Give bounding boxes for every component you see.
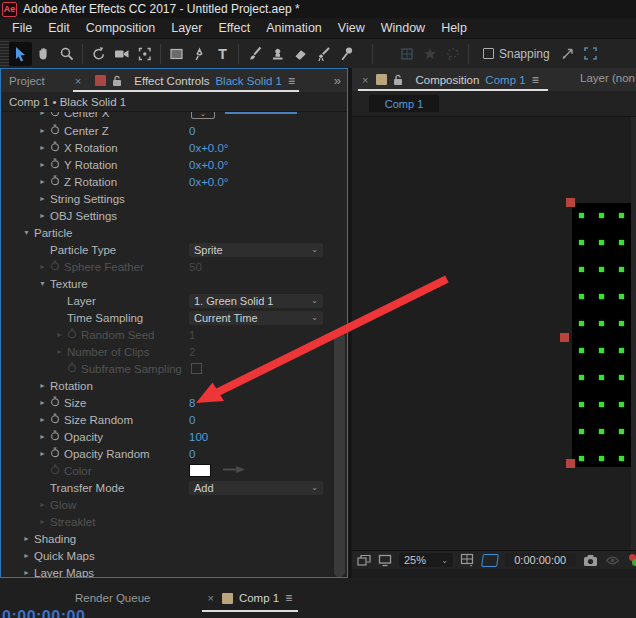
panel-menu-icon[interactable]: ≡ bbox=[532, 73, 539, 87]
clone-stamp-tool-icon[interactable] bbox=[266, 42, 289, 66]
property-row-size-random[interactable]: ►Size Random0 bbox=[1, 411, 347, 428]
tab-layer-panel[interactable]: Layer (non bbox=[580, 72, 635, 84]
property-row-z-rotation[interactable]: ►Z Rotation0x+0.0° bbox=[1, 173, 347, 190]
rotation-tool-icon[interactable] bbox=[87, 42, 110, 66]
property-value[interactable]: 2 bbox=[189, 346, 195, 358]
breadcrumb[interactable]: Comp 1 • Black Solid 1 bbox=[1, 92, 347, 112]
property-value[interactable]: 0x+0.0° bbox=[189, 176, 228, 188]
expand-arrow-icon[interactable]: ► bbox=[39, 501, 50, 508]
timeline-timecode[interactable]: 0:00:00:00 bbox=[2, 608, 85, 618]
property-value[interactable]: 100 bbox=[189, 431, 208, 443]
expand-arrow-icon[interactable]: ► bbox=[39, 112, 50, 116]
puppet-pin-tool-icon[interactable] bbox=[335, 42, 358, 66]
property-row-texture[interactable]: ▼Texture bbox=[1, 275, 347, 292]
layer-handle-mid-left[interactable] bbox=[560, 333, 569, 342]
expand-arrow-icon[interactable]: ► bbox=[39, 450, 50, 457]
close-tab-icon[interactable]: × bbox=[360, 74, 370, 86]
expand-arrow-icon[interactable]: ► bbox=[39, 416, 50, 423]
zoom-tool-icon[interactable] bbox=[55, 42, 78, 66]
scrollbar-track[interactable] bbox=[334, 262, 345, 577]
menu-view[interactable]: View bbox=[330, 21, 373, 35]
tab-project[interactable]: Project bbox=[9, 75, 45, 87]
property-row-obj-settings[interactable]: ►OBJ Settings bbox=[1, 207, 347, 224]
property-row-particle[interactable]: ▼Particle bbox=[1, 224, 347, 241]
eraser-tool-icon[interactable] bbox=[289, 42, 312, 66]
monitor-icon[interactable] bbox=[378, 554, 392, 567]
stopwatch-icon[interactable] bbox=[50, 396, 64, 409]
menu-effect[interactable]: Effect bbox=[210, 21, 258, 35]
property-row-number-of-clips[interactable]: ►Number of Clips2 bbox=[1, 343, 347, 360]
composition-target[interactable]: Comp 1 bbox=[485, 74, 525, 86]
close-tab-icon[interactable]: × bbox=[205, 592, 215, 604]
menu-composition[interactable]: Composition bbox=[78, 21, 163, 35]
lock-icon[interactable] bbox=[112, 75, 122, 87]
property-row-x-rotation[interactable]: ►X Rotation0x+0.0° bbox=[1, 139, 347, 156]
expand-arrow-icon[interactable]: ► bbox=[39, 161, 50, 168]
stopwatch-icon[interactable] bbox=[50, 413, 64, 426]
type-tool-icon[interactable]: T bbox=[211, 42, 234, 66]
stopwatch-icon[interactable] bbox=[50, 447, 64, 460]
expand-arrow-icon[interactable]: ► bbox=[23, 535, 34, 542]
expand-arrow-icon[interactable]: ► bbox=[39, 433, 50, 440]
viewer-tab-comp1[interactable]: Comp 1 bbox=[369, 95, 439, 112]
menu-file[interactable]: File bbox=[4, 21, 40, 35]
tab-composition[interactable]: Composition bbox=[415, 74, 479, 86]
camera-tool-icon[interactable] bbox=[110, 42, 133, 66]
pan-behind-tool-icon[interactable] bbox=[133, 42, 156, 66]
pen-tool-icon[interactable] bbox=[188, 42, 211, 66]
tab-effect-controls[interactable]: Effect Controls bbox=[134, 75, 209, 87]
property-row-time-sampling[interactable]: Time SamplingCurrent Time⌄ bbox=[1, 309, 347, 326]
grid-guides-icon[interactable] bbox=[460, 553, 475, 567]
stopwatch-icon[interactable] bbox=[67, 328, 81, 341]
property-row-color[interactable]: Color bbox=[1, 462, 347, 479]
menu-help[interactable]: Help bbox=[433, 21, 475, 35]
expand-arrow-icon[interactable]: ► bbox=[39, 399, 50, 406]
stopwatch-icon[interactable] bbox=[50, 124, 64, 137]
property-checkbox[interactable] bbox=[191, 363, 202, 374]
expand-arrow-icon[interactable]: ► bbox=[39, 382, 50, 389]
roto-brush-tool-icon[interactable] bbox=[312, 42, 335, 66]
toolbar-grip[interactable] bbox=[0, 39, 9, 69]
stopwatch-icon[interactable] bbox=[50, 175, 64, 188]
layer-handle-top-left[interactable] bbox=[566, 198, 575, 207]
expand-arrow-icon[interactable]: ► bbox=[23, 569, 34, 576]
tab-render-queue[interactable]: Render Queue bbox=[75, 592, 150, 604]
property-row-center-z[interactable]: ►Center Z0 bbox=[1, 122, 347, 139]
expand-arrow-icon[interactable]: ► bbox=[39, 178, 50, 185]
snapping-toggle[interactable]: Snapping bbox=[483, 47, 550, 61]
stopwatch-icon[interactable] bbox=[50, 158, 64, 171]
property-value[interactable]: 1 bbox=[189, 329, 195, 341]
property-row-streaklet[interactable]: ►Streaklet bbox=[1, 513, 347, 530]
expand-arrow-icon[interactable]: ▼ bbox=[39, 280, 50, 287]
region-of-interest-icon[interactable] bbox=[481, 554, 499, 567]
panel-menu-icon[interactable]: ≡ bbox=[288, 74, 295, 88]
stopwatch-icon[interactable] bbox=[50, 112, 64, 119]
property-value[interactable]: 8 bbox=[189, 397, 195, 409]
stopwatch-icon[interactable] bbox=[50, 260, 64, 273]
close-tab-icon[interactable]: × bbox=[73, 75, 83, 87]
menu-layer[interactable]: Layer bbox=[163, 21, 210, 35]
property-row-opacity-random[interactable]: ►Opacity Random0 bbox=[1, 445, 347, 462]
expand-arrow-icon[interactable]: ► bbox=[39, 195, 50, 202]
property-row-string-settings[interactable]: ►String Settings bbox=[1, 190, 347, 207]
property-row-center-x-clipped[interactable]: ► Center X ⌄ bbox=[1, 112, 347, 122]
panel-menu-icon[interactable]: ≡ bbox=[285, 591, 292, 605]
stopwatch-icon[interactable] bbox=[50, 464, 64, 477]
property-value[interactable]: 50 bbox=[189, 261, 202, 273]
rectangle-tool-icon[interactable] bbox=[165, 42, 188, 66]
expand-arrow-icon[interactable]: ► bbox=[39, 144, 50, 151]
property-row-size[interactable]: ►Size8 bbox=[1, 394, 347, 411]
property-row-y-rotation[interactable]: ►Y Rotation0x+0.0° bbox=[1, 156, 347, 173]
expand-arrow-icon[interactable]: ► bbox=[39, 127, 50, 134]
property-value[interactable]: 0x+0.0° bbox=[189, 142, 228, 154]
property-row-sphere-feather[interactable]: ►Sphere Feather50 bbox=[1, 258, 347, 275]
layer-handle-bottom-left[interactable] bbox=[566, 459, 575, 468]
hand-tool-icon[interactable] bbox=[32, 42, 55, 66]
property-row-random-seed[interactable]: ►Random Seed1 bbox=[1, 326, 347, 343]
property-row-rotation[interactable]: ►Rotation bbox=[1, 377, 347, 394]
scrollbar-thumb[interactable] bbox=[334, 332, 345, 577]
pointer-arrow-icon[interactable] bbox=[556, 42, 579, 66]
value-fragment[interactable] bbox=[225, 112, 297, 114]
property-row-glow[interactable]: ►Glow bbox=[1, 496, 347, 513]
property-dropdown[interactable]: Add⌄ bbox=[189, 481, 323, 495]
